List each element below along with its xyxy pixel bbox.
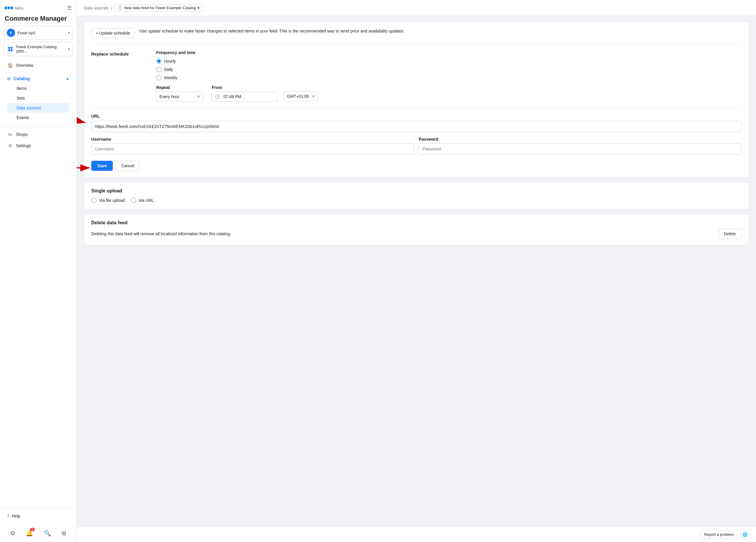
shops-label: Shops xyxy=(16,132,28,137)
password-input[interactable] xyxy=(419,143,742,154)
catalog-name: Feedr Example Catalog (600... xyxy=(16,45,66,53)
replace-schedule-label: Replace schedule xyxy=(91,50,150,56)
radio-daily-input[interactable] xyxy=(156,67,162,72)
save-button[interactable]: Save xyxy=(91,161,113,171)
sidebar-divider xyxy=(0,126,76,126)
feed-clock-icon: 🕐 xyxy=(118,6,122,10)
grid-nav-icon: ⊞ xyxy=(7,76,11,81)
upload-options: Via file upload Via URL xyxy=(91,198,742,203)
help-item[interactable]: ? Help xyxy=(5,511,72,521)
radio-weekly-input[interactable] xyxy=(156,75,162,80)
username-label: Username xyxy=(91,137,414,141)
sidebar-item-events[interactable]: Events xyxy=(7,113,69,122)
account-selector[interactable]: F Feedr ApS ▾ xyxy=(4,26,73,40)
sidebar-item-data-sources[interactable]: Data sources xyxy=(7,103,69,113)
frequency-section: Frequency and time Hourly Daily Weekl xyxy=(156,50,742,102)
grid-icon xyxy=(8,47,12,51)
sidebar-bottom-bar: ⚙ 🔔 2 🔍 ⊞ xyxy=(0,524,76,542)
catalog-section: ⊞ Catalog ▲ Items Sets Data sources Even… xyxy=(0,71,76,124)
radio-daily-label: Daily xyxy=(164,67,173,72)
panel-icon[interactable]: ⊞ xyxy=(60,528,68,538)
sidebar-footer: ? Help xyxy=(0,507,76,524)
upload-url-option[interactable]: Via URL xyxy=(131,198,154,203)
single-upload-title: Single upload xyxy=(91,188,742,193)
delete-desc-row: Deleting this data feed will remove all … xyxy=(91,228,742,239)
meta-logo: Meta xyxy=(5,6,23,10)
catalog-nav-header[interactable]: ⊞ Catalog ▲ xyxy=(5,74,72,83)
upload-url-label: Via URL xyxy=(139,198,154,203)
url-label: URL xyxy=(91,114,742,118)
sidebar-item-settings[interactable]: ⚙ Settings xyxy=(2,140,74,151)
hamburger-icon[interactable]: ☰ xyxy=(67,5,72,11)
sets-label: Sets xyxy=(17,96,25,100)
notification-badge: 2 xyxy=(30,528,35,531)
update-schedule-button[interactable]: + Update schedule xyxy=(91,28,135,38)
report-bar: Report a problem 🌐 xyxy=(77,527,756,542)
arrow-save xyxy=(77,162,93,174)
username-input[interactable] xyxy=(91,143,414,154)
feed-label: New data feed for Feedr Example Catalog xyxy=(124,6,196,10)
upload-file-option[interactable]: Via file upload xyxy=(91,198,125,203)
sidebar-item-overview[interactable]: 🏠 Overview xyxy=(2,60,74,71)
meta-text: Meta xyxy=(15,6,23,10)
action-row-container: Save Cancel xyxy=(91,160,742,171)
catalog-collapse-icon: ▲ xyxy=(66,76,69,81)
catalog-chevron-icon: ▾ xyxy=(68,47,70,51)
sidebar-item-shops[interactable]: 🛍 Shops xyxy=(2,129,74,140)
sidebar-header: Meta ☰ xyxy=(0,0,76,14)
settings-icon: ⚙ xyxy=(7,143,13,148)
feed-badge[interactable]: 🕐 New data feed for Feedr Example Catalo… xyxy=(114,4,203,12)
replace-schedule-card: + Update schedule Use update schedule to… xyxy=(84,22,749,177)
breadcrumb-separator: › xyxy=(110,6,112,10)
url-section: URL Username Password xyxy=(91,108,742,171)
search-icon[interactable]: 🔍 xyxy=(42,528,53,538)
feed-dropdown-icon: ▾ xyxy=(198,6,200,10)
clock-icon: 🕐 xyxy=(212,92,222,101)
catalog-icon xyxy=(7,45,14,53)
sidebar-item-items[interactable]: Items xyxy=(7,84,69,93)
home-icon: 🏠 xyxy=(7,63,13,68)
radio-daily[interactable]: Daily xyxy=(156,67,742,72)
update-schedule-desc: Use update schedule to make faster chang… xyxy=(139,28,405,34)
radio-hourly-label: Hourly xyxy=(164,59,176,63)
arrow-url xyxy=(77,111,91,128)
sidebar-item-sets[interactable]: Sets xyxy=(7,93,69,103)
sidebar-item-label: Overview xyxy=(16,63,33,68)
app-title: Commerce Manager xyxy=(0,14,76,26)
gear-bottom-icon[interactable]: ⚙ xyxy=(8,528,17,538)
shops-icon: 🛍 xyxy=(7,132,13,137)
time-input-wrapper: 🕐 xyxy=(212,92,278,102)
content-scroll[interactable]: + Update schedule Use update schedule to… xyxy=(77,16,756,527)
report-button[interactable]: Report a problem xyxy=(700,530,738,539)
delete-button[interactable]: Delete xyxy=(718,228,742,239)
credentials-row: Username Password xyxy=(91,137,742,154)
globe-icon: 🌐 xyxy=(741,530,749,539)
notification-icon[interactable]: 🔔 2 xyxy=(24,528,35,538)
repeat-from-row: Repeat Every hour Every 2 hours Every 6 … xyxy=(156,85,742,102)
frequency-radio-group: Hourly Daily Weekly xyxy=(156,58,742,80)
repeat-select[interactable]: Every hour Every 2 hours Every 6 hours xyxy=(156,92,203,102)
from-group: From 🕐 xyxy=(212,85,278,102)
radio-hourly[interactable]: Hourly xyxy=(156,58,742,64)
sidebar: Meta ☰ Commerce Manager F Feedr ApS ▾ Fe… xyxy=(0,0,77,542)
help-icon: ? xyxy=(7,514,9,518)
radio-weekly[interactable]: Weekly xyxy=(156,75,742,80)
catalog-nav-label: Catalog xyxy=(14,76,30,81)
chevron-down-icon: ▾ xyxy=(68,31,70,35)
radio-hourly-input[interactable] xyxy=(156,58,162,64)
timezone-select[interactable]: GMT+01:00 xyxy=(284,91,318,101)
time-input[interactable] xyxy=(222,92,278,101)
replace-schedule-grid: Replace schedule Frequency and time Hour… xyxy=(91,50,742,102)
frequency-title: Frequency and time xyxy=(156,50,742,55)
help-label: Help xyxy=(12,514,20,518)
upload-url-radio[interactable] xyxy=(131,198,136,203)
cancel-button[interactable]: Cancel xyxy=(116,160,140,171)
catalog-selector[interactable]: Feedr Example Catalog (600... ▾ xyxy=(4,42,73,56)
upload-file-radio[interactable] xyxy=(91,198,97,203)
url-input[interactable] xyxy=(91,121,742,132)
single-upload-section: Single upload Via file upload Via URL xyxy=(84,182,749,209)
avatar: F xyxy=(7,29,15,37)
settings-label: Settings xyxy=(16,143,31,148)
radio-weekly-label: Weekly xyxy=(164,75,177,80)
breadcrumb-data-sources[interactable]: Data sources xyxy=(84,6,108,10)
